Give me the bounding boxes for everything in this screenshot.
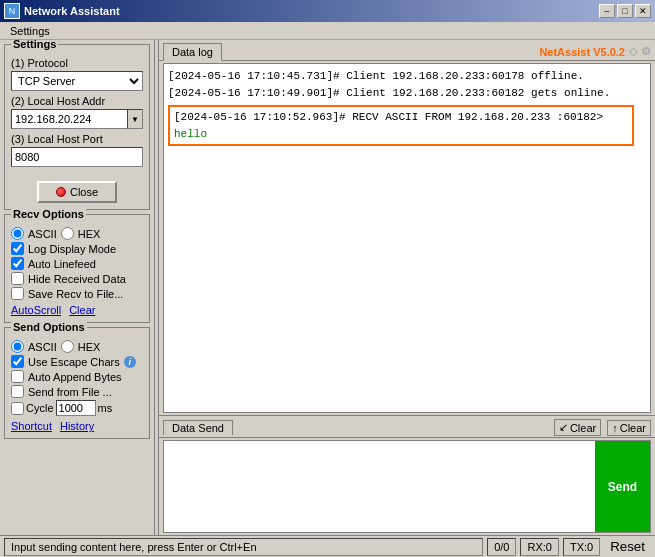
log-content[interactable]: [2024-05-16 17:10:45.731]# Client 192.16… xyxy=(163,63,651,413)
send-options-label: Send Options xyxy=(11,321,87,333)
send-toolbar: ↙ Clear ↑ Clear xyxy=(554,419,651,436)
auto-append-label: Auto Append Bytes xyxy=(28,371,122,383)
autoscroll-link[interactable]: AutoScroll xyxy=(11,304,61,316)
recv-ascii-label: ASCII xyxy=(28,228,57,240)
settings-label: Settings xyxy=(11,40,58,50)
recv-hex-radio[interactable] xyxy=(61,227,74,240)
send-clear-button-1[interactable]: ↙ Clear xyxy=(554,419,601,436)
use-escape-row: Use Escape Chars i xyxy=(11,355,143,368)
status-hint: Input sending content here, press Enter … xyxy=(4,538,483,556)
data-log-section: Data log NetAssist V5.0.2 ◇ ⚙ [2024-05-1… xyxy=(159,40,655,415)
hint-text: Input sending content here, press Enter … xyxy=(11,541,257,553)
title-buttons: – □ ✕ xyxy=(599,4,651,18)
close-window-button[interactable]: ✕ xyxy=(635,4,651,18)
log-highlight-box: [2024-05-16 17:10:52.963]# RECV ASCII FR… xyxy=(168,105,634,146)
maximize-button[interactable]: □ xyxy=(617,4,633,18)
status-counter: 0/0 xyxy=(487,538,516,556)
menu-bar: Settings xyxy=(0,22,655,40)
close-red-dot xyxy=(56,187,66,197)
save-recv-checkbox[interactable] xyxy=(11,287,24,300)
send-format-row: ASCII HEX xyxy=(11,340,143,353)
send-from-file-row: Send from File ... xyxy=(11,385,143,398)
clear-link[interactable]: Clear xyxy=(69,304,95,316)
data-log-tab-bar: Data log NetAssist V5.0.2 ◇ ⚙ xyxy=(159,40,655,61)
send-options-group: Send Options ASCII HEX Use Escape Chars … xyxy=(4,327,150,439)
app-icon: N xyxy=(4,3,20,19)
send-button[interactable]: Send xyxy=(595,441,650,532)
cycle-input[interactable] xyxy=(56,400,96,416)
send-from-file-checkbox[interactable] xyxy=(11,385,24,398)
cycle-checkbox[interactable] xyxy=(11,402,24,415)
recv-links: AutoScroll Clear xyxy=(11,304,143,316)
clear2-label: Clear xyxy=(620,422,646,434)
hide-received-checkbox[interactable] xyxy=(11,272,24,285)
auto-linefeed-checkbox[interactable] xyxy=(11,257,24,270)
local-host-addr-input[interactable] xyxy=(11,109,127,129)
send-area: Send xyxy=(163,440,651,533)
log-display-checkbox[interactable] xyxy=(11,242,24,255)
send-links: Shortcut History xyxy=(11,420,143,432)
recv-hex-label: HEX xyxy=(78,228,101,240)
title-text: Network Assistant xyxy=(24,5,120,17)
send-tab-bar: Data Send ↙ Clear ↑ Clear xyxy=(159,416,655,438)
local-host-port-label: (3) Local Host Port xyxy=(11,133,143,145)
send-hex-radio[interactable] xyxy=(61,340,74,353)
close-button[interactable]: Close xyxy=(37,181,117,203)
log-display-mode-row: Log Display Mode xyxy=(11,242,143,255)
hide-received-row: Hide Received Data xyxy=(11,272,143,285)
log-line-2: [2024-05-16 17:10:49.901]# Client 192.16… xyxy=(168,85,646,102)
log-display-label: Log Display Mode xyxy=(28,243,116,255)
escape-info-icon: i xyxy=(124,356,136,368)
recv-format-row: ASCII HEX xyxy=(11,227,143,240)
rx-text: RX:0 xyxy=(527,541,551,553)
history-link[interactable]: History xyxy=(60,420,94,432)
close-btn-label: Close xyxy=(70,186,98,198)
recv-options-label: Recv Options xyxy=(11,208,86,220)
send-ascii-radio[interactable] xyxy=(11,340,24,353)
local-host-port-input[interactable] xyxy=(11,147,143,167)
main-layout: Settings (1) Protocol TCP Server (2) Loc… xyxy=(0,40,655,535)
send-textarea[interactable] xyxy=(164,441,595,532)
right-panel: Data log NetAssist V5.0.2 ◇ ⚙ [2024-05-1… xyxy=(159,40,655,535)
cycle-label: Cycle xyxy=(26,402,54,414)
clear1-arrow-icon: ↙ xyxy=(559,421,568,434)
recv-ascii-radio[interactable] xyxy=(11,227,24,240)
diamond-icon: ◇ xyxy=(629,45,637,58)
send-clear-button-2[interactable]: ↑ Clear xyxy=(607,420,651,436)
use-escape-label: Use Escape Chars xyxy=(28,356,120,368)
title-bar-left: N Network Assistant xyxy=(4,3,120,19)
tx-text: TX:0 xyxy=(570,541,593,553)
reset-button[interactable]: Reset xyxy=(604,538,651,556)
send-from-file-label: Send from File ... xyxy=(28,386,112,398)
local-host-addr-label: (2) Local Host Addr xyxy=(11,95,143,107)
protocol-select[interactable]: TCP Server xyxy=(11,71,143,91)
save-recv-label: Save Recv to File... xyxy=(28,288,123,300)
use-escape-checkbox[interactable] xyxy=(11,355,24,368)
counter-text: 0/0 xyxy=(494,541,509,553)
minimize-button[interactable]: – xyxy=(599,4,615,18)
log-line-1: [2024-05-16 17:10:45.731]# Client 192.16… xyxy=(168,68,646,85)
settings-icon[interactable]: ⚙ xyxy=(641,45,651,58)
auto-linefeed-row: Auto Linefeed xyxy=(11,257,143,270)
data-send-section: Data Send ↙ Clear ↑ Clear Send xyxy=(159,415,655,535)
data-send-tab[interactable]: Data Send xyxy=(163,420,233,435)
data-log-tab[interactable]: Data log xyxy=(163,43,222,61)
cycle-row: Cycle ms xyxy=(11,400,143,416)
auto-append-checkbox[interactable] xyxy=(11,370,24,383)
ms-label: ms xyxy=(98,402,113,414)
hide-received-label: Hide Received Data xyxy=(28,273,126,285)
send-ascii-label: ASCII xyxy=(28,341,57,353)
menu-settings[interactable]: Settings xyxy=(4,24,56,38)
log-line-4: hello xyxy=(174,126,628,143)
shortcut-link[interactable]: Shortcut xyxy=(11,420,52,432)
brand-text: NetAssist V5.0.2 xyxy=(539,46,625,58)
protocol-label: (1) Protocol xyxy=(11,57,143,69)
brand-label: NetAssist V5.0.2 ◇ ⚙ xyxy=(539,45,651,60)
auto-append-row: Auto Append Bytes xyxy=(11,370,143,383)
save-recv-row: Save Recv to File... xyxy=(11,287,143,300)
title-bar: N Network Assistant – □ ✕ xyxy=(0,0,655,22)
protocol-wrapper: TCP Server xyxy=(11,71,143,91)
addr-arrow-button[interactable]: ▼ xyxy=(127,109,143,129)
auto-linefeed-label: Auto Linefeed xyxy=(28,258,96,270)
log-line-3: [2024-05-16 17:10:52.963]# RECV ASCII FR… xyxy=(174,109,628,126)
